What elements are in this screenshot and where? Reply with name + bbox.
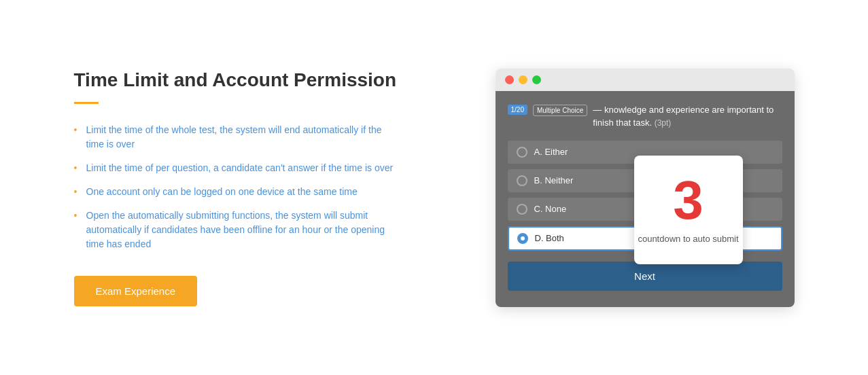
question-number-badge: 1/20 (508, 105, 527, 115)
left-panel: Time Limit and Account Permission Limit … (74, 69, 400, 306)
option-c-label: C. None (534, 204, 567, 214)
option-b-label: B. Neither (534, 175, 574, 185)
features-list: Limit the time of the whole test, the sy… (74, 123, 400, 251)
bullet-item-4: Open the automatically submitting functi… (74, 209, 400, 251)
question-text: — knowledge and experience are important… (593, 103, 782, 130)
title-divider (74, 102, 99, 104)
window-minimize-dot (519, 75, 527, 84)
countdown-overlay: 3 countdown to auto submit (634, 156, 743, 264)
page-title: Time Limit and Account Permission (74, 69, 400, 91)
main-container: Time Limit and Account Permission Limit … (60, 41, 808, 334)
next-button[interactable]: Next (508, 262, 782, 291)
browser-mockup: 1/20 Multiple Choice — knowledge and exp… (496, 69, 795, 307)
browser-content: 1/20 Multiple Choice — knowledge and exp… (496, 91, 795, 307)
option-d-label: D. Both (535, 233, 564, 243)
right-panel: 1/20 Multiple Choice — knowledge and exp… (496, 69, 795, 307)
browser-titlebar (496, 69, 795, 91)
countdown-number: 3 (673, 173, 704, 228)
radio-b[interactable] (517, 175, 527, 186)
question-content: — knowledge and experience are important… (593, 105, 774, 128)
bullet-item-3: One account only can be logged on one de… (74, 185, 400, 199)
window-close-dot (505, 75, 514, 84)
radio-a[interactable] (517, 147, 527, 158)
question-pts: (3pt) (655, 118, 672, 128)
bullet-item-2: Limit the time of per question, a candid… (74, 161, 400, 175)
question-header: 1/20 Multiple Choice — knowledge and exp… (508, 103, 782, 130)
radio-c[interactable] (517, 204, 527, 215)
option-a-label: A. Either (534, 147, 568, 157)
radio-d[interactable] (517, 233, 528, 244)
question-type-badge: Multiple Choice (533, 105, 587, 116)
exam-experience-button[interactable]: Exam Experience (74, 276, 198, 306)
window-maximize-dot (532, 75, 541, 84)
countdown-text: countdown to auto submit (638, 233, 738, 245)
bullet-item-1: Limit the time of the whole test, the sy… (74, 123, 400, 151)
